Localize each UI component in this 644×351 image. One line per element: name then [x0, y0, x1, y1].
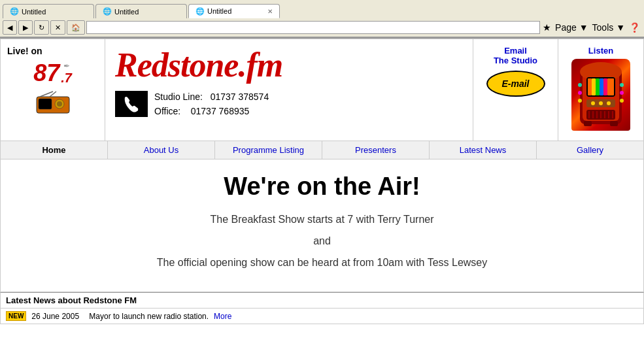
nav-news[interactable]: Latest News: [430, 141, 537, 159]
nav-news-link[interactable]: Latest News: [460, 145, 507, 155]
stop-button[interactable]: ✕: [50, 20, 65, 35]
office-label: Office:: [154, 106, 180, 116]
tab-2-icon: 🌐: [103, 7, 112, 16]
svg-rect-30: [610, 121, 618, 126]
main-heading: We're on the Air!: [14, 173, 630, 201]
freq-decimal: .7: [61, 71, 72, 86]
toolbar: ◀ ▶ ↻ ✕ 🏠 ★ Page ▼ Tools ▼ ❓: [0, 18, 644, 38]
tab-bar: 🌐 Untitled 🌐 Untitled 🌐 Untitled ✕: [0, 0, 644, 18]
header-listen: Listen: [558, 39, 643, 141]
feather-icon: ✒: [63, 61, 70, 71]
svg-rect-11: [588, 78, 592, 95]
news-bar: Latest News about Redstone FM NEW 26 Jun…: [0, 292, 644, 324]
nav-home-label: Home: [42, 145, 65, 155]
header-left: Live! on 87 ✒ .7: [1, 39, 105, 141]
phone-icon: [115, 91, 148, 117]
svg-point-34: [620, 83, 624, 87]
svg-point-31: [578, 83, 582, 87]
svg-rect-16: [607, 78, 614, 95]
nav-programme-link[interactable]: Programme Listing: [233, 145, 304, 155]
svg-point-20: [607, 101, 611, 105]
svg-rect-1: [39, 99, 52, 109]
nav-about[interactable]: About Us: [108, 141, 215, 159]
forward-button[interactable]: ▶: [18, 20, 33, 35]
listen-link[interactable]: Listen: [565, 46, 637, 56]
email-btn-label: E-mail: [501, 78, 529, 89]
home-button[interactable]: 🏠: [67, 20, 85, 35]
svg-rect-13: [596, 78, 600, 95]
site-logo: Redstone.fm: [115, 46, 463, 84]
tab-3-label: Untitled: [207, 7, 231, 15]
tab-1-icon: 🌐: [10, 7, 19, 16]
nav-gallery[interactable]: Gallery: [537, 141, 643, 159]
main-line2: and: [14, 235, 630, 247]
nav-gallery-link[interactable]: Gallery: [577, 145, 603, 155]
tab-3[interactable]: 🌐 Untitled ✕: [188, 4, 280, 18]
main-line1: The Breakfast Show starts at 7 with Terr…: [14, 214, 630, 226]
header-center: Redstone.fm Studio Line: 01737 378574 Of…: [105, 39, 473, 141]
svg-point-36: [620, 99, 624, 103]
nav-programme[interactable]: Programme Listing: [215, 141, 322, 159]
svg-point-18: [591, 101, 595, 105]
main-line3: The official opening show can be heard a…: [14, 257, 630, 269]
news-date: 26 June 2005: [31, 312, 84, 321]
nav-home[interactable]: Home: [1, 141, 108, 159]
nav-presenters-link[interactable]: Presenters: [355, 145, 396, 155]
news-header: Latest News about Redstone FM: [1, 293, 643, 309]
email-button[interactable]: E-mail: [486, 71, 545, 97]
contact-lines: Studio Line: 01737 378574 Office: 01737 …: [154, 92, 269, 116]
svg-point-3: [57, 101, 62, 107]
studio-info: Studio Line: 01737 378574 Office: 01737 …: [115, 91, 463, 117]
frequency-text: 87: [33, 59, 59, 87]
tab-1[interactable]: 🌐 Untitled: [3, 4, 94, 18]
live-on-label: Live! on: [7, 46, 42, 56]
freq-display: 87 ✒ .7: [7, 59, 98, 87]
back-button[interactable]: ◀: [3, 20, 17, 35]
refresh-button[interactable]: ↻: [34, 20, 49, 35]
browser-chrome: 🌐 Untitled 🌐 Untitled 🌐 Untitled ✕ ◀ ▶ ↻…: [0, 0, 644, 39]
site-header: Live! on 87 ✒ .7 Redstone.fm: [0, 39, 644, 141]
tab-2[interactable]: 🌐 Untitled: [95, 4, 187, 18]
address-bar[interactable]: [86, 21, 540, 34]
email-link[interactable]: EmailThe Studio: [480, 46, 551, 65]
svg-point-35: [620, 91, 624, 95]
studio-line-number: 01737 378574: [211, 92, 269, 102]
new-badge: NEW: [6, 311, 26, 321]
svg-rect-12: [592, 78, 596, 95]
nav-bar: Home About Us Programme Listing Presente…: [0, 141, 644, 159]
nav-about-link[interactable]: About Us: [144, 145, 178, 155]
header-email: EmailThe Studio E-mail: [473, 39, 558, 141]
live-on-text: Live! on: [7, 46, 98, 56]
favorites-icon[interactable]: ★: [541, 21, 552, 34]
svg-point-33: [578, 99, 582, 103]
news-text: Mayor to launch new radio station.: [89, 312, 209, 321]
page-menu[interactable]: Page ▼: [554, 21, 589, 34]
svg-point-19: [599, 101, 603, 105]
tab-1-label: Untitled: [22, 8, 46, 16]
studio-line: Studio Line: 01737 378574: [154, 92, 269, 102]
nav-presenters[interactable]: Presenters: [322, 141, 430, 159]
svg-rect-14: [600, 78, 603, 95]
tab-3-close[interactable]: ✕: [267, 8, 273, 15]
jukebox-image: [571, 59, 630, 131]
news-more-link[interactable]: More: [214, 312, 231, 321]
office-line: Office: 01737 768935: [154, 106, 269, 116]
office-number: 01737 768935: [191, 106, 250, 116]
svg-point-32: [578, 91, 582, 95]
help-icon[interactable]: ❓: [628, 21, 641, 34]
tab-3-icon: 🌐: [195, 7, 205, 16]
news-item-1: NEW 26 June 2005 Mayor to launch new rad…: [1, 309, 643, 324]
svg-rect-15: [603, 78, 607, 95]
radio-image: [7, 90, 98, 117]
main-content: We're on the Air! The Breakfast Show sta…: [0, 159, 644, 292]
tools-menu[interactable]: Tools ▼: [591, 21, 626, 34]
tab-2-label: Untitled: [114, 8, 139, 16]
svg-rect-29: [584, 121, 592, 126]
studio-line-label: Studio Line:: [154, 92, 203, 102]
